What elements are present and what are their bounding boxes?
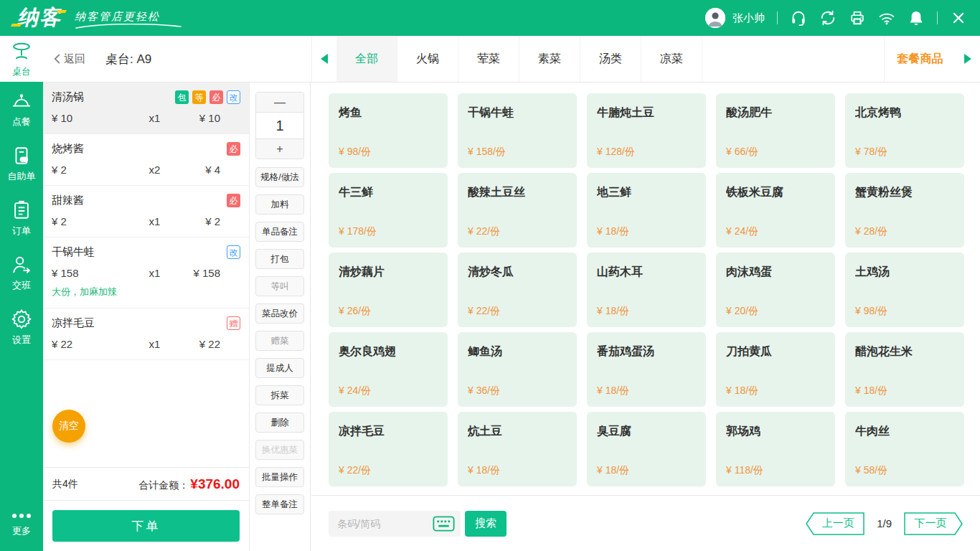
- sidebar-item-more[interactable]: 更多: [0, 501, 43, 547]
- action-buttons: 规格/做法加料单品备注打包等叫菜品改价赠菜提成人拆菜删除换优惠菜批量操作整单备注: [255, 167, 304, 514]
- sync-icon[interactable]: [819, 9, 837, 27]
- menu-item-name: 山药木耳: [597, 265, 696, 280]
- menu-item-name: 蟹黄粉丝煲: [855, 185, 954, 200]
- tab-category-1[interactable]: 火锅: [397, 36, 458, 82]
- order-total: 合计金额： ¥376.00: [138, 476, 240, 492]
- menu-item-card[interactable]: 烤鱼¥ 98/份: [329, 93, 448, 168]
- order-item[interactable]: 甜辣酱必¥ 2x1¥ 2: [43, 186, 249, 237]
- sidebar-item-ordering[interactable]: 点餐: [0, 82, 43, 136]
- avatar: [705, 8, 725, 28]
- menu-item-name: 鲫鱼汤: [468, 344, 567, 359]
- menu-item-card[interactable]: 地三鲜¥ 18/份: [587, 173, 706, 248]
- action-button-4[interactable]: 等叫: [255, 276, 304, 296]
- menu-item-card[interactable]: 牛腩炖土豆¥ 128/份: [587, 93, 706, 168]
- printer-icon[interactable]: [849, 9, 866, 27]
- sidebar-item-shift[interactable]: 交班: [0, 245, 43, 300]
- action-button-1[interactable]: 加料: [255, 194, 304, 215]
- menu-item-price: ¥ 58/份: [855, 464, 954, 477]
- search-input[interactable]: [337, 518, 433, 529]
- submit-order-button[interactable]: 下单: [52, 510, 240, 542]
- menu-item-card[interactable]: 刀拍黄瓜¥ 18/份: [716, 332, 835, 407]
- customer-service-icon[interactable]: [790, 9, 807, 27]
- action-button-2[interactable]: 单品备注: [255, 222, 304, 242]
- menu-item-card[interactable]: 番茄鸡蛋汤¥ 18/份: [587, 332, 706, 407]
- table-icon: [11, 40, 32, 62]
- tab-category-3[interactable]: 素菜: [519, 36, 580, 82]
- menu-item-card[interactable]: 臭豆腐¥ 18/份: [587, 412, 706, 486]
- tab-category-2[interactable]: 荤菜: [458, 36, 519, 82]
- tab-category-0[interactable]: 全部: [336, 36, 397, 82]
- clear-order-button[interactable]: 清空: [52, 410, 85, 443]
- back-button[interactable]: 返回: [53, 52, 85, 66]
- action-button-12[interactable]: 整单备注: [255, 494, 304, 514]
- menu-item-name: 酸辣土豆丝: [468, 185, 567, 200]
- action-button-7[interactable]: 提成人: [255, 358, 304, 378]
- order-item[interactable]: 干锅牛蛙改¥ 158x1¥ 158大份，加麻加辣: [43, 237, 249, 309]
- tabs-scroll-right-button[interactable]: [956, 36, 980, 82]
- menu-item-card[interactable]: 牛三鲜¥ 178/份: [329, 173, 448, 248]
- triangle-left-icon: [321, 54, 328, 64]
- order-item-price: ¥ 2: [52, 164, 131, 176]
- action-button-11[interactable]: 批量操作: [255, 467, 304, 487]
- qty-increase-button[interactable]: +: [256, 139, 303, 159]
- close-icon[interactable]: [950, 9, 967, 27]
- menu-item-card[interactable]: 北京烤鸭¥ 78/份: [845, 93, 964, 168]
- sidebar-item-settings[interactable]: 设置: [0, 300, 43, 354]
- qty-value: 1: [256, 112, 303, 139]
- menu-item-card[interactable]: 铁板米豆腐¥ 24/份: [716, 173, 835, 248]
- order-item-badges: 必: [227, 194, 240, 207]
- menu-item-card[interactable]: 干锅牛蛙¥ 158/份: [458, 93, 577, 168]
- menu-item-card[interactable]: 蟹黄粉丝煲¥ 28/份: [845, 173, 964, 248]
- order-item-qty: x1: [131, 112, 178, 124]
- action-button-5[interactable]: 菜品改价: [255, 303, 304, 324]
- menu-item-card[interactable]: 牛肉丝¥ 58/份: [845, 412, 964, 486]
- next-page-button[interactable]: 下一页: [904, 512, 963, 535]
- order-item[interactable]: 凉拌毛豆赠¥ 22x1¥ 22: [43, 309, 249, 360]
- action-button-0[interactable]: 规格/做法: [255, 167, 304, 187]
- menu-item-card[interactable]: 酸汤肥牛¥ 66/份: [716, 93, 835, 168]
- bell-icon[interactable]: [908, 9, 925, 27]
- menu-footer: 搜索 上一页 1/9 下一页: [311, 495, 980, 551]
- menu-item-card[interactable]: 郭场鸡¥ 118/份: [716, 412, 835, 486]
- order-item[interactable]: 烧烤酱必¥ 2x2¥ 4: [43, 134, 249, 186]
- sidebar: 桌台点餐自助单订单交班设置 更多: [0, 36, 43, 551]
- tab-category-4[interactable]: 汤类: [580, 36, 641, 82]
- tab-combo-products[interactable]: 套餐商品: [884, 36, 956, 82]
- menu-item-card[interactable]: 炕土豆¥ 18/份: [458, 412, 577, 486]
- action-button-9[interactable]: 删除: [255, 413, 304, 433]
- menu-item-name: 烤鱼: [339, 105, 438, 121]
- action-button-6[interactable]: 赠菜: [255, 331, 304, 351]
- menu-item-card[interactable]: 土鸡汤¥ 98/份: [845, 253, 964, 327]
- menu-item-price: ¥ 18/份: [468, 464, 567, 477]
- menu-item-card[interactable]: 凉拌毛豆¥ 22/份: [329, 412, 448, 486]
- order-item-badges: 包等必改: [175, 90, 240, 104]
- menu-item-card[interactable]: 肉沫鸡蛋¥ 20/份: [716, 253, 835, 327]
- menu-item-card[interactable]: 山药木耳¥ 18/份: [587, 253, 706, 327]
- sidebar-item-tables[interactable]: 桌台: [0, 36, 43, 82]
- menu-item-card[interactable]: 清炒藕片¥ 26/份: [329, 253, 448, 327]
- search-button[interactable]: 搜索: [465, 511, 507, 537]
- menu-item-card[interactable]: 鲫鱼汤¥ 36/份: [458, 332, 577, 407]
- tabs-scroll-left-button[interactable]: [312, 36, 336, 82]
- order-item-header: 凉拌毛豆赠: [52, 316, 240, 330]
- sidebar-item-label: 设置: [12, 334, 31, 347]
- menu-item-card[interactable]: 奥尔良鸡翅¥ 24/份: [329, 332, 448, 407]
- tab-category-5[interactable]: 凉菜: [641, 36, 702, 82]
- wifi-icon[interactable]: [878, 9, 895, 27]
- qty-decrease-button[interactable]: —: [256, 93, 303, 112]
- menu-item-card[interactable]: 酸辣土豆丝¥ 22/份: [458, 173, 577, 248]
- order-item[interactable]: 清汤锅包等必改¥ 10x1¥ 10: [43, 83, 249, 134]
- menu-item-price: ¥ 18/份: [597, 385, 696, 397]
- sidebar-item-self-order[interactable]: 自助单: [0, 136, 43, 191]
- menu-item-price: ¥ 158/份: [468, 146, 567, 159]
- order-item-price: ¥ 22: [52, 338, 131, 350]
- keyboard-icon[interactable]: [433, 516, 455, 532]
- sidebar-item-orders[interactable]: 订单: [0, 191, 43, 245]
- order-item-name: 干锅牛蛙: [52, 245, 95, 259]
- triangle-right-icon: [964, 54, 971, 64]
- prev-page-button[interactable]: 上一页: [806, 512, 864, 535]
- action-button-8[interactable]: 拆菜: [255, 385, 304, 405]
- menu-item-card[interactable]: 清炒冬瓜¥ 22/份: [458, 253, 577, 327]
- action-button-3[interactable]: 打包: [255, 249, 304, 269]
- menu-item-card[interactable]: 醋泡花生米¥ 18/份: [845, 332, 964, 407]
